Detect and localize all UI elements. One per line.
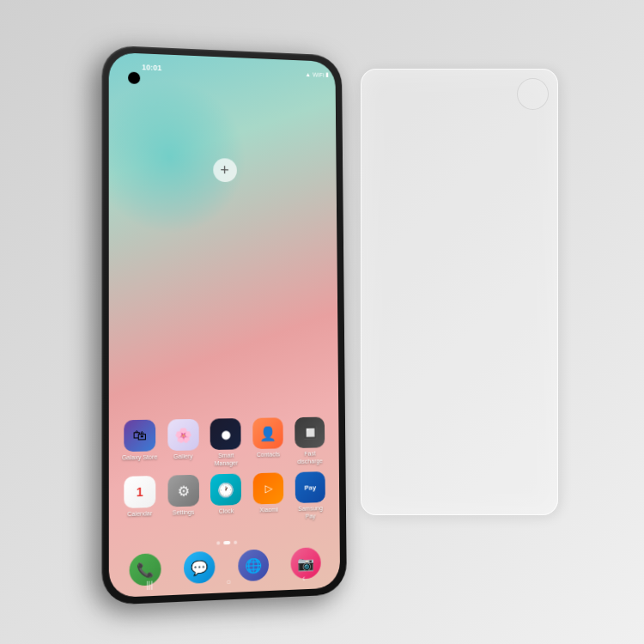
app-settings[interactable]: ⚙ Settings — [165, 475, 202, 518]
nav-recent[interactable]: ||| — [146, 580, 153, 590]
app-fast-discharge[interactable]: 🔲 Fast discharge — [292, 417, 327, 465]
app-clock[interactable]: 🕐 Clock — [208, 474, 244, 516]
page-indicator — [216, 541, 237, 545]
xiaomi-icon[interactable]: ▷ — [253, 473, 284, 505]
add-widget-area[interactable]: + — [213, 158, 237, 182]
settings-label: Settings — [173, 509, 195, 517]
fast-discharge-icon[interactable]: 🔲 — [295, 417, 325, 448]
gallery-label: Gallery — [173, 453, 192, 461]
app-samsung-pay[interactable]: Pay Samsung Pay — [293, 471, 328, 520]
fast-discharge-label: Fast discharge — [293, 451, 328, 466]
gallery-icon[interactable]: 🌸 — [167, 419, 198, 451]
app-calendar[interactable]: 1 Calendar — [121, 476, 158, 519]
app-row-1: 🛍 Galaxy Store 🌸 Gallery ⬤ Smart Manager — [118, 417, 331, 470]
calendar-label: Calendar — [127, 510, 152, 519]
phone-screen: 10:01 ▲ WiFi ▮ + 🛍 — [109, 52, 340, 598]
app-smart-manager[interactable]: ⬤ Smart Manager — [208, 418, 244, 467]
screen-protector — [361, 69, 558, 515]
galaxy-store-icon[interactable]: 🛍 — [124, 420, 155, 452]
nav-back[interactable]: ‹ — [302, 574, 305, 583]
xiaomi-label: Xiaomi — [259, 507, 277, 514]
galaxy-store-label: Galaxy Store — [122, 454, 157, 463]
app-gallery[interactable]: 🌸 Gallery — [165, 419, 202, 461]
smart-manager-icon[interactable]: ⬤ — [210, 419, 241, 451]
nav-home[interactable]: ○ — [226, 577, 231, 586]
clock-label: Clock — [219, 507, 234, 515]
wifi-icon: WiFi — [313, 71, 324, 77]
smart-manager-label: Smart Manager — [208, 453, 244, 468]
add-icon[interactable]: + — [213, 158, 237, 182]
samsung-pay-label: Samsung Pay — [293, 505, 328, 520]
phone-inner: 10:01 ▲ WiFi ▮ + 🛍 — [109, 52, 340, 598]
dot-3 — [234, 541, 237, 544]
contacts-icon[interactable]: 👤 — [253, 418, 284, 450]
scene: 10:01 ▲ WiFi ▮ + 🛍 — [0, 0, 644, 644]
status-icons: ▲ WiFi ▮ — [305, 70, 329, 78]
contacts-label: Contacts — [257, 452, 280, 459]
phone-body: 10:01 ▲ WiFi ▮ + 🛍 — [101, 45, 346, 605]
battery-icon: ▮ — [325, 71, 329, 78]
app-galaxy-store[interactable]: 🛍 Galaxy Store — [121, 420, 158, 462]
status-time: 10:01 — [142, 63, 161, 72]
app-xiaomi[interactable]: ▷ Xiaomi — [251, 472, 287, 514]
app-row-2: 1 Calendar ⚙ Settings 🕐 Clock ▷ — [118, 471, 331, 526]
dot-1 — [216, 541, 220, 544]
calendar-icon[interactable]: 1 — [124, 476, 155, 508]
signal-icon: ▲ — [305, 71, 311, 77]
front-camera — [128, 72, 140, 84]
app-contacts[interactable]: 👤 Contacts — [251, 418, 287, 459]
samsung-pay-icon[interactable]: Pay — [295, 471, 325, 503]
app-grid: 🛍 Galaxy Store 🌸 Gallery ⬤ Smart Manager — [118, 417, 331, 526]
settings-icon[interactable]: ⚙ — [167, 475, 199, 507]
dot-2-active — [223, 541, 230, 544]
clock-icon[interactable]: 🕐 — [210, 474, 241, 506]
